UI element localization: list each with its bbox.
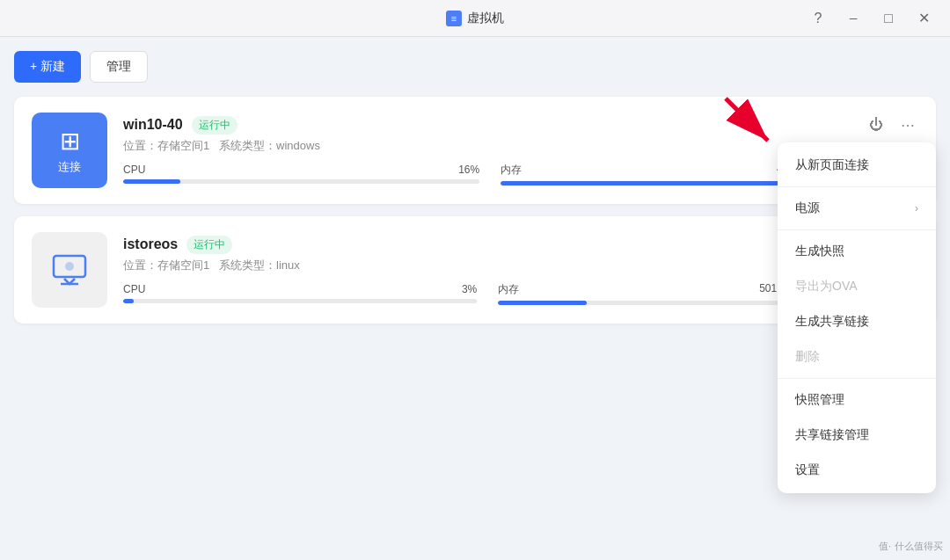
chevron-right-icon: › (915, 202, 918, 215)
cpu-label-istoreos: CPU (123, 283, 145, 295)
maximize-button[interactable]: □ (873, 3, 904, 34)
menu-share-link[interactable]: 生成共享链接 (778, 304, 936, 339)
context-menu: 从新页面连接 电源 › 生成快照 导出为OVA 生成共享链接 删除 快照管理 共… (778, 142, 936, 493)
title-center: ≡ 虚拟机 (446, 11, 504, 26)
app-title: 虚拟机 (467, 11, 504, 26)
red-arrow-indicator (717, 90, 778, 151)
menu-export-ova: 导出为OVA (778, 269, 936, 304)
menu-settings[interactable]: 设置 (778, 453, 936, 488)
menu-power[interactable]: 电源 › (778, 191, 936, 226)
cpu-bar-istoreos (123, 299, 477, 303)
cpu-bar-fill-win10 (123, 179, 180, 184)
menu-divider-3 (778, 378, 936, 379)
more-button-win10[interactable]: ⋯ (894, 111, 922, 139)
help-button[interactable]: ? (802, 3, 834, 34)
toolbar: + 新建 管理 (14, 51, 936, 83)
menu-connect-new-page[interactable]: 从新页面连接 (778, 148, 936, 183)
mem-label-istoreos: 内存 (498, 282, 519, 297)
svg-point-3 (65, 262, 74, 271)
menu-share-manage[interactable]: 共享链接管理 (778, 418, 936, 453)
cpu-label-win10: CPU (123, 164, 145, 176)
new-vm-button[interactable]: + 新建 (14, 51, 81, 83)
vm-header-win10: win10-40 运行中 (123, 116, 918, 135)
minimize-button[interactable]: ‒ (837, 3, 869, 34)
title-bar: ≡ 虚拟机 ? ‒ □ ✕ (0, 0, 950, 37)
vm-status-istoreos: 运行中 (186, 236, 232, 254)
vm-icon-istoreos[interactable] (32, 232, 107, 308)
menu-snapshot[interactable]: 生成快照 (778, 234, 936, 269)
window-controls: ? ‒ □ ✕ (802, 3, 939, 34)
watermark-icon: 值· (879, 540, 891, 553)
vm-name-win10: win10-40 (123, 117, 183, 133)
app-icon: ≡ (446, 11, 462, 26)
power-button-win10[interactable]: ⏻ (862, 111, 890, 139)
svg-line-1 (726, 98, 768, 141)
cpu-bar-fill-istoreos (123, 299, 134, 303)
cpu-bar-win10 (123, 179, 479, 184)
close-button[interactable]: ✕ (908, 3, 939, 34)
connect-label: 连接 (58, 159, 81, 175)
mem-label-win10: 内存 (501, 163, 522, 178)
cpu-value-istoreos: 3% (462, 283, 477, 295)
cpu-stat-win10: CPU 16% (123, 164, 479, 184)
card-actions-win10: ⏻ ⋯ (862, 111, 922, 139)
cpu-stat-istoreos: CPU 3% (123, 283, 477, 303)
menu-snapshot-manage[interactable]: 快照管理 (778, 382, 936, 418)
main-content: + 新建 管理 ⊞ 连接 win10-40 运行中 位置：存储空间1 系统类型：… (0, 37, 950, 560)
menu-divider-1 (778, 186, 936, 187)
mem-bar-fill-istoreos (498, 301, 587, 305)
watermark: 值· 什么值得买 (879, 540, 943, 553)
cpu-value-win10: 16% (458, 164, 479, 176)
vm-icon-win10[interactable]: ⊞ 连接 (32, 113, 107, 188)
menu-divider-2 (778, 229, 936, 230)
watermark-text: 什么值得买 (895, 540, 943, 553)
vm-status-win10: 运行中 (192, 116, 238, 135)
vm-name-istoreos: istoreos (123, 236, 178, 252)
manage-button[interactable]: 管理 (90, 51, 148, 83)
menu-delete: 删除 (778, 339, 936, 375)
